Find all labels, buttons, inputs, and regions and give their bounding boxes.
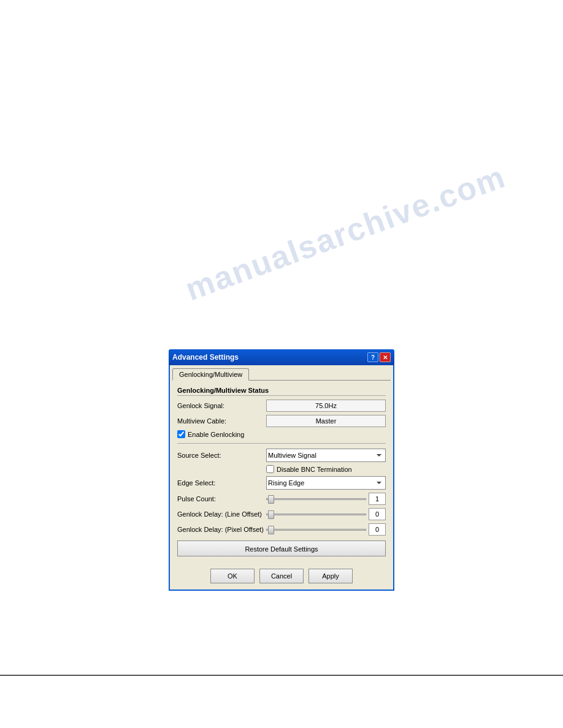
genlock-delay-line-thumb[interactable]	[268, 510, 274, 519]
disable-bnc-checkbox[interactable]	[266, 465, 274, 473]
genlock-delay-pixel-thumb[interactable]	[268, 526, 274, 534]
tab-strip: Genlocking/Multiview	[170, 365, 393, 380]
genlock-delay-line-slider-wrapper	[266, 508, 366, 520]
dialog-body: Genlocking/Multiview Genlocking/Multivie…	[169, 365, 394, 591]
enable-genlocking-checkbox[interactable]	[177, 430, 185, 438]
restore-defaults-button[interactable]: Restore Default Settings	[177, 540, 386, 556]
pulse-count-track	[266, 498, 366, 500]
edge-select-dropdown[interactable]: Rising Edge Falling Edge	[266, 476, 386, 490]
genlock-delay-pixel-track	[266, 529, 366, 531]
genlock-delay-pixel-row: Genlock Delay: (Pixel Offset) 0	[177, 523, 386, 536]
apply-button[interactable]: Apply	[308, 569, 353, 583]
genlock-delay-pixel-label: Genlock Delay: (Pixel Offset)	[177, 526, 266, 533]
enable-genlocking-label: Enable Genlocking	[188, 431, 244, 438]
button-row: OK Cancel Apply	[170, 566, 393, 585]
edge-select-label: Edge Select:	[177, 479, 266, 487]
genlock-delay-line-row: Genlock Delay: (Line Offset) 0	[177, 508, 386, 520]
multiview-cable-value: Master	[266, 415, 386, 427]
dialog-title: Advanced Settings	[172, 353, 239, 362]
pulse-count-row: Pulse Count: 1	[177, 493, 386, 505]
genlock-delay-line-track	[266, 514, 366, 515]
title-bar-controls: ? ✕	[367, 352, 391, 362]
source-select-label: Source Select:	[177, 452, 266, 459]
ok-button[interactable]: OK	[210, 569, 255, 583]
bottom-divider	[0, 675, 563, 676]
pulse-count-thumb[interactable]	[268, 495, 274, 504]
pulse-count-value: 1	[369, 493, 386, 505]
close-button[interactable]: ✕	[380, 352, 391, 362]
multiview-cable-row: Multiview Cable: Master	[177, 415, 386, 427]
disable-bnc-row: Disable BNC Termination	[266, 465, 386, 473]
help-button[interactable]: ?	[367, 352, 378, 362]
genlock-delay-pixel-value: 0	[369, 523, 386, 536]
watermark-text: manualsarchive.com	[180, 158, 510, 308]
genlock-signal-value: 75.0Hz	[266, 400, 386, 412]
tab-genlocking-multiview[interactable]: Genlocking/Multiview	[172, 368, 249, 381]
advanced-settings-dialog: Advanced Settings ? ✕ Genlocking/Multivi…	[169, 349, 394, 591]
genlock-delay-line-value: 0	[369, 508, 386, 520]
genlock-signal-row: Genlock Signal: 75.0Hz	[177, 400, 386, 412]
title-bar: Advanced Settings ? ✕	[169, 349, 394, 365]
genlock-delay-line-label: Genlock Delay: (Line Offset)	[177, 510, 266, 518]
edge-select-row: Edge Select: Rising Edge Falling Edge	[177, 476, 386, 490]
tab-content: Genlocking/Multiview Status Genlock Sign…	[172, 380, 391, 566]
section-divider	[177, 443, 386, 444]
pulse-count-slider-wrapper	[266, 493, 366, 505]
cancel-button[interactable]: Cancel	[259, 569, 304, 583]
multiview-cable-label: Multiview Cable:	[177, 417, 266, 425]
disable-bnc-label: Disable BNC Termination	[277, 466, 352, 473]
enable-genlocking-row: Enable Genlocking	[177, 430, 386, 438]
genlock-signal-label: Genlock Signal:	[177, 402, 266, 409]
source-select-row: Source Select: Multiview Signal External…	[177, 449, 386, 462]
pulse-count-label: Pulse Count:	[177, 495, 266, 502]
genlock-delay-pixel-slider-wrapper	[266, 523, 366, 536]
source-select-dropdown[interactable]: Multiview Signal External Signal Interna…	[266, 449, 386, 462]
section-heading: Genlocking/Multiview Status	[177, 387, 386, 396]
